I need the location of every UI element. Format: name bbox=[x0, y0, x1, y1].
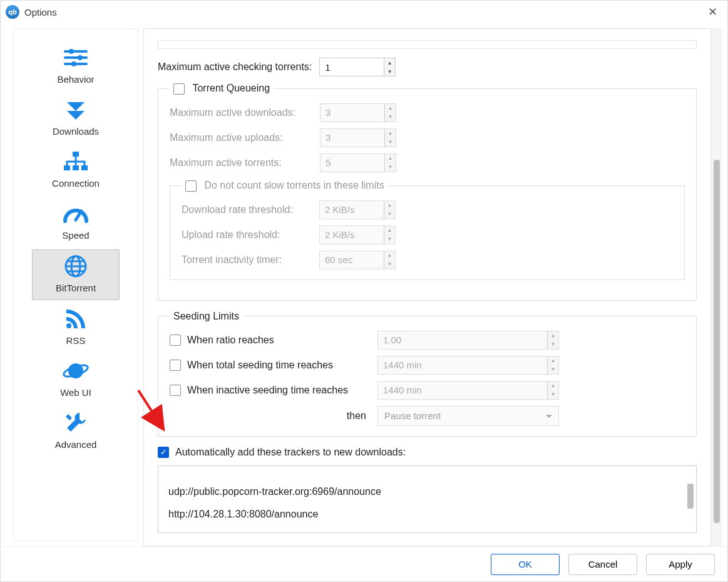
sidebar-item-label: Speed bbox=[62, 230, 89, 241]
auto-trackers-checkbox[interactable] bbox=[158, 447, 169, 458]
spin-down-icon[interactable]: ▼ bbox=[384, 210, 395, 219]
sidebar-item-speed[interactable]: Speed bbox=[32, 197, 120, 247]
spin-up-icon[interactable]: ▲ bbox=[385, 104, 396, 113]
spin-up-icon[interactable]: ▲ bbox=[384, 226, 395, 235]
inactive-time-row: When inactive seeding time reaches 1440 … bbox=[170, 381, 685, 400]
spin-buttons[interactable]: ▲▼ bbox=[384, 129, 396, 147]
spin-down-icon[interactable]: ▼ bbox=[385, 113, 396, 122]
slow-torrents-checkbox[interactable] bbox=[185, 180, 197, 192]
spin-down-icon[interactable]: ▼ bbox=[385, 163, 396, 172]
svg-point-16 bbox=[66, 323, 71, 328]
spin-value: 60 sec bbox=[320, 254, 384, 265]
spin-buttons[interactable]: ▲▼ bbox=[547, 382, 558, 399]
max-active-downloads-spin[interactable]: 3 ▲▼ bbox=[320, 103, 396, 122]
inactive-time-label: When inactive seeding time reaches bbox=[187, 385, 348, 396]
close-icon[interactable]: ✕ bbox=[702, 5, 722, 19]
sidebar-item-label: Behavior bbox=[57, 74, 94, 85]
network-icon bbox=[61, 149, 90, 174]
spin-buttons[interactable]: ▲▼ bbox=[384, 154, 396, 172]
total-time-row: When total seeding time reaches 1440 min… bbox=[170, 356, 685, 375]
spin-down-icon[interactable]: ▼ bbox=[385, 138, 396, 147]
content-scrollbar-thumb[interactable] bbox=[714, 160, 720, 523]
spin-buttons[interactable]: ▲▼ bbox=[547, 356, 558, 374]
sidebar-item-label: RSS bbox=[66, 335, 86, 346]
rss-icon bbox=[61, 306, 90, 331]
select-value: Pause torrent bbox=[384, 410, 441, 421]
spin-value: 5 bbox=[320, 157, 384, 168]
sidebar-item-connection[interactable]: Connection bbox=[32, 145, 120, 195]
app-icon: qb bbox=[6, 5, 19, 19]
then-action-select[interactable]: Pause torrent bbox=[377, 406, 559, 426]
upload-rate-threshold-label: Upload rate threshold: bbox=[182, 229, 319, 241]
sidebar-item-behavior[interactable]: Behavior bbox=[32, 41, 120, 91]
spin-value: 2 KiB/s bbox=[320, 204, 384, 215]
seeding-limits-group: Seeding Limits When ratio reaches 1.00 ▲… bbox=[158, 311, 697, 437]
download-rate-threshold-label: Download rate threshold: bbox=[182, 204, 319, 216]
spin-buttons[interactable]: ▲▼ bbox=[384, 226, 395, 244]
spin-down-icon[interactable]: ▼ bbox=[548, 365, 558, 374]
spin-value: 1 bbox=[320, 62, 384, 73]
sidebar-item-rss[interactable]: RSS bbox=[32, 303, 120, 352]
spin-value: 1440 min bbox=[378, 360, 547, 370]
sidebar-item-bittorrent[interactable]: BitTorrent bbox=[32, 249, 120, 300]
spin-value: 2 KiB/s bbox=[320, 229, 384, 240]
download-rate-threshold-spin[interactable]: 2 KiB/s ▲▼ bbox=[319, 200, 396, 219]
content-scrollbar[interactable] bbox=[711, 28, 722, 546]
max-active-uploads-spin[interactable]: 3 ▲▼ bbox=[320, 128, 396, 147]
spin-up-icon[interactable]: ▲ bbox=[384, 201, 395, 210]
spin-buttons[interactable]: ▲▼ bbox=[384, 251, 395, 269]
spin-down-icon[interactable]: ▼ bbox=[548, 390, 558, 399]
upload-rate-threshold-spin[interactable]: 2 KiB/s ▲▼ bbox=[319, 226, 396, 244]
spin-value: 3 bbox=[320, 132, 384, 143]
torrent-queueing-checkbox[interactable] bbox=[173, 83, 185, 95]
max-active-torrents-spin[interactable]: 5 ▲▼ bbox=[320, 153, 396, 172]
spin-buttons[interactable]: ▲▼ bbox=[547, 331, 558, 349]
ok-button[interactable]: OK bbox=[491, 554, 560, 575]
spin-up-icon[interactable]: ▲ bbox=[548, 356, 558, 365]
cancel-button[interactable]: Cancel bbox=[568, 554, 637, 575]
spin-up-icon[interactable]: ▲ bbox=[548, 382, 558, 390]
download-icon bbox=[61, 97, 90, 122]
sidebar-item-webui[interactable]: Web UI bbox=[32, 355, 120, 404]
spin-up-icon[interactable]: ▲ bbox=[385, 129, 396, 138]
svg-point-3 bbox=[69, 49, 74, 54]
spin-down-icon[interactable]: ▼ bbox=[384, 235, 395, 244]
spin-value: 1.00 bbox=[378, 335, 547, 345]
sidebar-item-label: Downloads bbox=[53, 126, 99, 137]
spin-up-icon[interactable]: ▲ bbox=[384, 251, 395, 260]
inactivity-timer-label: Torrent inactivity timer: bbox=[182, 254, 319, 266]
total-time-checkbox[interactable] bbox=[170, 360, 181, 371]
max-active-checking-row: Maximum active checking torrents: 1 ▲▼ bbox=[158, 58, 697, 76]
sidebar-item-advanced[interactable]: Advanced bbox=[32, 407, 120, 456]
textarea-scrollbar-thumb[interactable] bbox=[687, 484, 694, 509]
spin-up-icon[interactable]: ▲ bbox=[385, 154, 396, 163]
max-active-downloads-label: Maximum active downloads: bbox=[170, 107, 320, 118]
total-time-spin[interactable]: 1440 min ▲▼ bbox=[377, 356, 559, 375]
max-active-uploads-label: Maximum active uploads: bbox=[170, 132, 320, 143]
ratio-spin[interactable]: 1.00 ▲▼ bbox=[377, 331, 559, 350]
spin-buttons[interactable]: ▲▼ bbox=[384, 58, 395, 76]
torrent-queueing-legend: Torrent Queueing bbox=[170, 83, 274, 95]
spin-down-icon[interactable]: ▼ bbox=[548, 340, 558, 349]
planet-icon bbox=[61, 358, 90, 383]
auto-trackers-label: Automatically add these trackers to new … bbox=[175, 447, 406, 458]
spin-value: 3 bbox=[320, 107, 384, 118]
svg-point-4 bbox=[78, 55, 83, 60]
apply-button[interactable]: Apply bbox=[646, 554, 715, 575]
spin-down-icon[interactable]: ▼ bbox=[384, 260, 395, 269]
total-time-label: When total seeding time reaches bbox=[187, 360, 333, 371]
sidebar-item-label: Web UI bbox=[60, 387, 91, 398]
spin-up-icon[interactable]: ▲ bbox=[384, 58, 395, 67]
spin-buttons[interactable]: ▲▼ bbox=[384, 201, 395, 219]
max-active-checking-spin[interactable]: 1 ▲▼ bbox=[319, 58, 396, 76]
spin-up-icon[interactable]: ▲ bbox=[548, 331, 558, 340]
inactive-time-spin[interactable]: 1440 min ▲▼ bbox=[377, 381, 559, 400]
sidebar-item-downloads[interactable]: Downloads bbox=[32, 93, 120, 143]
spin-down-icon[interactable]: ▼ bbox=[384, 67, 395, 76]
spin-buttons[interactable]: ▲▼ bbox=[384, 104, 396, 122]
ratio-checkbox[interactable] bbox=[170, 335, 181, 346]
inactive-time-checkbox[interactable] bbox=[170, 385, 181, 396]
then-label: then bbox=[170, 410, 370, 422]
inactivity-timer-spin[interactable]: 60 sec ▲▼ bbox=[319, 251, 396, 269]
auto-trackers-textarea[interactable]: udp://public.popcorn-tracker.org:6969/an… bbox=[158, 465, 697, 533]
